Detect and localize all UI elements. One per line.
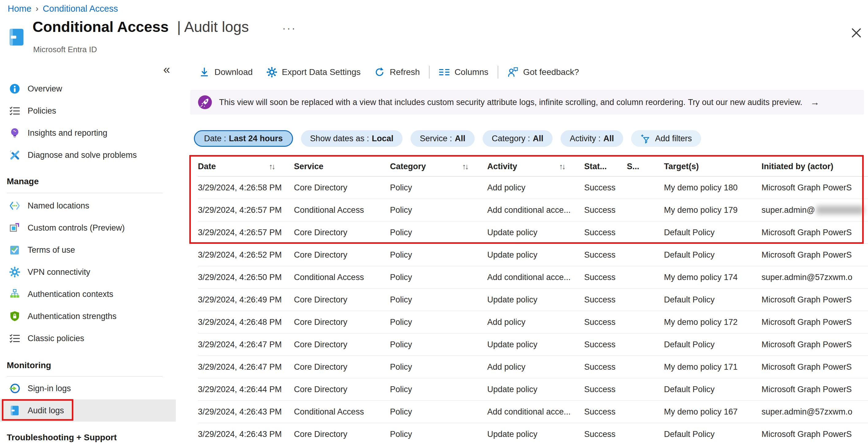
column-header-targets[interactable]: Target(s) [664,157,762,176]
cell-activity: Add conditional acce... [487,266,584,288]
sidebar-divider [7,193,163,193]
sidebar-item-label: Custom controls (Preview) [28,223,125,233]
table-row[interactable]: 3/29/2024, 4:26:43 PM Conditional Access… [198,401,868,423]
cell-initiated-by: super.admin@57zxwm.o [762,401,868,423]
filter-service[interactable]: Service : All [410,130,475,147]
cell-status-reason [627,311,664,333]
sidebar-item-audit-logs[interactable]: Audit logs [0,399,176,422]
sidebar-item-diagnose-and-solve-problems[interactable]: Diagnose and solve problems [0,144,176,166]
sidebar-item-classic-policies[interactable]: Classic policies [0,327,176,349]
collapse-sidebar-icon[interactable]: « [163,63,170,76]
cell-status: Success [584,266,627,288]
cell-status: Success [584,199,627,221]
refresh-label: Refresh [390,67,420,77]
checklist-icon [9,105,20,116]
export-data-settings-button[interactable]: Export Data Settings [266,67,361,78]
audit-table: Date ↑↓ Service Category ↑↓ Activity ↑↓ … [198,157,868,444]
cell-initiated-by: Microsoft Graph PowerS [762,221,868,243]
cell-service: Core Directory [294,356,390,378]
table-row[interactable]: 3/29/2024, 4:26:44 PM Core Directory Pol… [198,378,868,401]
sidebar-item-label: Classic policies [28,334,84,343]
filter-value: All [455,134,465,143]
cell-service: Core Directory [294,221,390,243]
column-header-service[interactable]: Service [294,157,390,176]
more-options-icon[interactable]: ··· [282,22,297,34]
cell-initiated-by: super.admin@ [762,199,868,221]
book-icon [9,405,20,416]
sidebar-item-custom-controls[interactable]: Custom controls (Preview) [0,217,176,239]
sidebar-item-overview[interactable]: Overview [0,78,176,100]
sidebar-item-authentication-strengths[interactable]: Authentication strengths [0,305,176,327]
sidebar-item-label: Named locations [28,201,89,211]
sidebar-item-insights-and-reporting[interactable]: Insights and reporting [0,122,176,144]
sidebar-item-label: Authentication strengths [28,312,117,321]
table-row[interactable]: 3/29/2024, 4:26:52 PM Core Directory Pol… [198,244,868,266]
add-filters-button[interactable]: Add filters [631,130,701,147]
export-data-settings-label: Export Data Settings [282,67,361,77]
filter-date[interactable]: Date : Last 24 hours [194,130,293,147]
cell-service: Core Directory [294,177,390,199]
filter-category[interactable]: Category : All [483,130,553,147]
cell-category: Policy [390,356,487,378]
table-row[interactable]: 3/29/2024, 4:26:58 PM Core Directory Pol… [198,177,868,199]
table-row[interactable]: 3/29/2024, 4:26:49 PM Core Directory Pol… [198,289,868,311]
add-filter-icon [640,133,651,144]
cell-status: Success [584,221,627,243]
sidebar-item-named-locations[interactable]: Named locations [0,195,176,217]
table-row[interactable]: 3/29/2024, 4:26:57 PM Core Directory Pol… [198,221,868,244]
tools-icon [9,150,20,160]
sort-icon: ↑↓ [462,162,468,171]
redacted-text [816,206,864,214]
table-row[interactable]: 3/29/2024, 4:26:47 PM Core Directory Pol… [198,356,868,378]
cell-target: My demo policy 174 [664,266,762,288]
sidebar-item-authentication-contexts[interactable]: Authentication contexts [0,283,176,305]
arrow-right-icon[interactable]: → [810,97,819,108]
table-row[interactable]: 3/29/2024, 4:26:57 PM Conditional Access… [198,199,868,221]
cell-status: Success [584,311,627,333]
close-icon[interactable] [849,26,863,40]
banner-preview-link[interactable]: Try out our new audits preview. [688,98,802,107]
column-header-status[interactable]: Stat... [584,157,627,176]
cell-date: 3/29/2024, 4:26:48 PM [198,311,294,333]
cell-status-reason [627,289,664,311]
cell-category: Policy [390,333,487,356]
filter-label: Date : [204,134,226,143]
sidebar-section-monitoring: Monitoring [7,358,51,373]
filter-activity[interactable]: Activity : All [561,130,623,147]
table-row[interactable]: 3/29/2024, 4:26:50 PM Conditional Access… [198,266,868,289]
column-label: Date [198,162,216,171]
banner-message: This view will soon be replaced with a v… [219,98,685,107]
refresh-button[interactable]: Refresh [374,67,420,78]
filter-label: Activity : [570,134,601,143]
download-button[interactable]: Download [199,67,253,78]
column-header-initiated-by[interactable]: Initiated by (actor) [762,157,868,176]
preview-banner: This view will soon be replaced with a v… [190,90,864,115]
column-header-activity[interactable]: Activity ↑↓ [487,157,584,176]
column-label: Activity [487,162,517,171]
cell-activity: Update policy [487,244,584,266]
table-row[interactable]: 3/29/2024, 4:26:48 PM Core Directory Pol… [198,311,868,333]
cell-status: Success [584,378,627,401]
sidebar-item-terms-of-use[interactable]: Terms of use [0,239,176,261]
table-row[interactable]: 3/29/2024, 4:26:43 PM Core Directory Pol… [198,423,868,444]
cell-initiated-by: super.admin@57zxwm.o [762,266,868,288]
filter-show-dates-as[interactable]: Show dates as : Local [301,130,403,147]
column-header-status-reason[interactable]: S... [627,157,664,176]
column-label: Initiated by (actor) [762,162,833,171]
sidebar-item-label: Overview [28,84,62,94]
cell-service: Core Directory [294,311,390,333]
sidebar-item-policies[interactable]: Policies [0,100,176,122]
cell-service: Core Directory [294,333,390,356]
sort-icon: ↑↓ [269,162,274,171]
columns-button[interactable]: Columns [439,67,488,78]
column-header-category[interactable]: Category ↑↓ [390,157,487,176]
cell-status-reason [627,177,664,199]
toolbar-divider [429,66,430,79]
table-row[interactable]: 3/29/2024, 4:26:47 PM Core Directory Pol… [198,333,868,356]
cell-target: Default Policy [664,333,762,356]
column-header-date[interactable]: Date ↑↓ [198,157,294,176]
got-feedback-button[interactable]: Got feedback? [507,67,579,78]
cell-target: My demo policy 171 [664,356,762,378]
sidebar-item-vpn-connectivity[interactable]: VPN connectivity [0,261,176,283]
sidebar-item-sign-in-logs[interactable]: Sign-in logs [0,377,176,399]
